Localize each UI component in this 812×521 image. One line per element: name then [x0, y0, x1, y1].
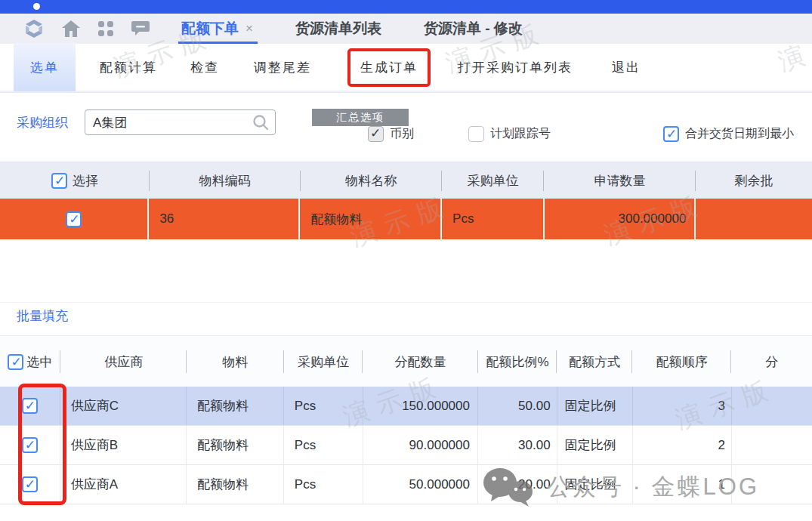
- option-label: 合并交货日期到最小: [685, 126, 794, 142]
- allocation-row-supplier-a[interactable]: 供应商A 配额物料 Pcs 50.000000 20.00 固定比例 1: [0, 465, 812, 504]
- header-request-qty: 申请数量: [544, 162, 696, 199]
- summary-options-row: 币别 计划跟踪号 合并交货日期到最小: [0, 126, 812, 149]
- unit-cell: Pcs: [284, 387, 363, 425]
- divider: [0, 302, 812, 303]
- supplier-cell: 供应商A: [60, 465, 187, 504]
- menu-item-open-po-list[interactable]: 打开采购订单列表: [458, 59, 573, 76]
- tab-source-edit[interactable]: 货源清单 - 修改: [424, 14, 523, 44]
- row-select-cell: [0, 465, 60, 504]
- unit-cell: Pcs: [284, 426, 363, 464]
- row-select-cell: [0, 387, 60, 425]
- order-cell: 1: [633, 465, 732, 504]
- remaining-cell: [696, 199, 812, 239]
- order-cell: 3: [633, 387, 732, 425]
- row-checkbox-checked[interactable]: [22, 398, 38, 414]
- summary-options-tab[interactable]: 汇总选项: [312, 109, 409, 126]
- menu-item-adjust-tail[interactable]: 调整尾差: [254, 59, 311, 76]
- qty-cell: 150.000000: [363, 387, 478, 425]
- option-merge-delivery-date[interactable]: 合并交货日期到最小: [663, 126, 794, 142]
- ratio-cell: 30.00: [478, 426, 557, 464]
- toolbar: 选单 配额计算 检查 调整尾差 生成订单 打开采购订单列表 退出: [0, 44, 812, 92]
- unit-cell: Pcs: [284, 465, 363, 504]
- supplier-cell: 供应商B: [60, 426, 187, 464]
- message-icon[interactable]: [131, 21, 150, 36]
- header-purchase-unit: 采购单位: [284, 337, 363, 387]
- tab-source-list[interactable]: 货源清单列表: [295, 14, 381, 44]
- row-checkbox-checked[interactable]: [22, 476, 38, 492]
- header-material: 物料: [187, 337, 283, 387]
- ratio-cell: 50.00: [478, 387, 557, 425]
- option-plan-tracking[interactable]: 计划跟踪号: [468, 126, 551, 142]
- row-select-cell: [0, 426, 60, 464]
- tab-quota-order[interactable]: 配额下单 ×: [181, 14, 253, 44]
- top-strip-dot: [33, 3, 40, 10]
- qty-cell: 90.000000: [363, 426, 478, 464]
- logo-icon[interactable]: [24, 20, 44, 38]
- method-cell: 固定比例: [557, 465, 633, 504]
- header-quota-method: 配额方式: [557, 337, 632, 387]
- header-label: 选中: [26, 353, 52, 371]
- allocation-row-supplier-c[interactable]: 供应商C 配额物料 Pcs 150.000000 50.00 固定比例 3: [0, 387, 812, 426]
- checkbox-merge-delivery-checked[interactable]: [663, 126, 679, 142]
- clipped-cell: [732, 465, 812, 504]
- header-label: 选择: [73, 172, 98, 190]
- order-cell: 2: [633, 426, 732, 464]
- header-supplier: 供应商: [60, 337, 187, 387]
- unit-cell: Pcs: [442, 199, 545, 239]
- option-label: 计划跟踪号: [490, 126, 551, 142]
- material-cell: 配额物料: [187, 387, 284, 425]
- tab-list: 配额下单 × 货源清单列表 货源清单 - 修改: [181, 14, 523, 44]
- option-label: 币别: [390, 126, 414, 142]
- material-table: 选择 物料编码 物料名称 采购单位 申请数量 剩余批 36 配额物料 Pcs 3…: [0, 162, 812, 239]
- apps-grid-icon[interactable]: [98, 21, 113, 36]
- method-cell: 固定比例: [557, 387, 633, 425]
- qty-cell: 50.000000: [363, 465, 478, 504]
- row-checkbox-checked[interactable]: [22, 437, 38, 453]
- batch-fill-link[interactable]: 批量填充: [17, 307, 68, 325]
- menu-item-generate-order[interactable]: 生成订单: [360, 59, 418, 76]
- material-name-cell: 配额物料: [300, 199, 442, 239]
- material-table-header: 选择 物料编码 物料名称 采购单位 申请数量 剩余批: [0, 162, 812, 199]
- close-icon[interactable]: ×: [245, 21, 253, 36]
- checkbox-plan-tracking-unchecked[interactable]: [468, 126, 484, 142]
- material-cell: 配额物料: [187, 465, 284, 504]
- menu-item-check[interactable]: 检查: [190, 59, 219, 76]
- header-purchase-unit: 采购单位: [442, 162, 544, 199]
- supplier-cell: 供应商C: [60, 387, 187, 425]
- option-currency[interactable]: 币别: [368, 126, 414, 142]
- filter-section: 采购组织 A集团 汇总选项 币别 计划跟踪号 合并交货日期到最小: [0, 92, 812, 162]
- divider: [0, 335, 812, 336]
- select-all-checkbox[interactable]: [8, 354, 23, 370]
- home-icon[interactable]: [62, 20, 80, 37]
- tab-bar: 配额下单 × 货源清单列表 货源清单 - 修改: [0, 14, 812, 44]
- tab-label: 配额下单: [181, 19, 239, 39]
- header-remaining: 剩余批: [696, 162, 812, 199]
- tab-label: 货源清单 - 修改: [424, 19, 523, 39]
- header-quota-order: 配额顺序: [632, 337, 731, 387]
- ratio-cell: 20.00: [478, 465, 557, 504]
- row-select-cell: [0, 199, 149, 239]
- clipped-cell: [732, 387, 812, 425]
- row-checkbox-checked[interactable]: [66, 211, 82, 227]
- material-cell: 配额物料: [187, 426, 284, 464]
- header-selected: 选中: [0, 337, 60, 387]
- header-material-code: 物料编码: [150, 162, 301, 199]
- menu-item-exit[interactable]: 退出: [612, 59, 641, 76]
- checkbox-currency-checked[interactable]: [368, 126, 384, 142]
- menu-item-quota-calc[interactable]: 配额计算: [100, 59, 157, 76]
- method-cell: 固定比例: [557, 426, 633, 464]
- header-quota-ratio: 配额比例%: [478, 337, 557, 387]
- allocation-table: 选中 供应商 物料 采购单位 分配数量 配额比例% 配额方式 配额顺序 分 供应…: [0, 337, 812, 504]
- request-qty-cell: 300.000000: [545, 199, 696, 239]
- allocation-row-supplier-b[interactable]: 供应商B 配额物料 Pcs 90.000000 30.00 固定比例 2: [0, 426, 812, 465]
- header-material-name: 物料名称: [301, 162, 442, 199]
- tab-label: 货源清单列表: [295, 19, 381, 39]
- header-clipped: 分: [731, 337, 812, 387]
- top-strip: [0, 0, 812, 14]
- header-alloc-qty: 分配数量: [363, 337, 477, 387]
- select-all-checkbox[interactable]: [51, 173, 67, 189]
- header-select: 选择: [0, 162, 150, 199]
- material-table-row-selected[interactable]: 36 配额物料 Pcs 300.000000: [0, 199, 812, 239]
- menu-item-select-order[interactable]: 选单: [14, 43, 76, 91]
- red-annotation-box-generate-order: 生成订单: [347, 48, 431, 87]
